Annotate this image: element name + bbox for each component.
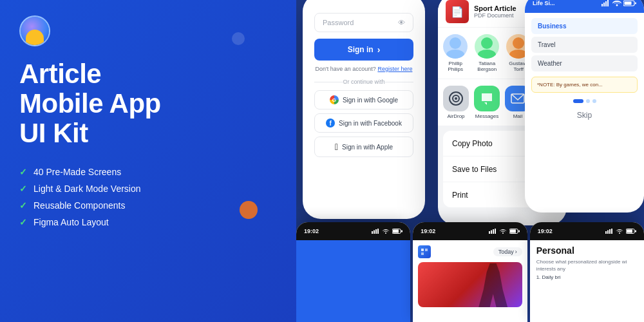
svg-point-41	[502, 232, 504, 234]
business-tab[interactable]: Business	[531, 18, 638, 34]
feature-item: ✓ Reusable Components	[19, 200, 277, 211]
svg-rect-39	[493, 229, 494, 234]
svg-rect-46	[607, 231, 609, 234]
feature-item: ✓ Figma Auto Layout	[19, 217, 277, 227]
document-thumbnail: 📄	[446, 0, 469, 23]
svg-rect-52	[635, 231, 636, 232]
bottom-phones-row: 19:02 19:02	[296, 222, 644, 322]
personal-title: Personal	[536, 245, 638, 256]
svg-rect-21	[601, 4, 603, 6]
svg-point-2	[481, 37, 493, 49]
signin-button[interactable]: Sign in	[314, 39, 413, 61]
svg-rect-27	[625, 2, 632, 5]
check-icon: ✓	[19, 184, 27, 194]
phone-3-content: Personal Choose what personalized alongs…	[530, 240, 644, 285]
status-bar: 19:02	[530, 222, 644, 240]
dot-3	[592, 99, 596, 103]
google-signin-button[interactable]: G Sign in with Google	[314, 90, 413, 109]
svg-point-10	[455, 97, 457, 100]
dot-2	[586, 99, 590, 103]
svg-rect-51	[627, 230, 632, 233]
status-bar: 19:02	[296, 222, 410, 240]
svg-point-4	[513, 37, 524, 49]
onboard-top-bar: Life Si...	[525, 0, 644, 13]
phone-2-content: Today ›	[413, 240, 527, 312]
svg-rect-28	[635, 3, 636, 5]
airdrop-app[interactable]: AirDrop	[443, 86, 469, 119]
dot-1	[573, 99, 583, 103]
password-field[interactable]: Password 👁	[314, 13, 413, 32]
daily-brief-point: 1. Daily bri	[536, 274, 638, 280]
onboard-note: *NOTE: By games, we con...	[531, 77, 638, 93]
phone-bottom-3: 19:02 Personal Choose what personalized …	[530, 222, 644, 322]
svg-point-49	[619, 232, 620, 234]
svg-point-25	[616, 5, 618, 6]
divider: Or continue with	[314, 79, 413, 85]
svg-point-3	[478, 50, 496, 59]
svg-rect-37	[489, 231, 490, 234]
phone-1-content	[296, 240, 410, 322]
contact-item[interactable]: Tatiana Bergson	[472, 34, 502, 72]
svg-rect-48	[611, 229, 612, 234]
check-icon: ✓	[19, 217, 27, 227]
svg-rect-24	[607, 0, 609, 6]
svg-rect-35	[393, 230, 399, 233]
right-panel: Password 👁 Sign in Don't have an account…	[296, 0, 644, 322]
facebook-icon: f	[326, 118, 335, 128]
svg-rect-40	[495, 229, 496, 234]
register-text: Don't have an account? Register here	[314, 66, 413, 72]
onboard-tabs: Business Travel Weather	[525, 13, 644, 77]
today-button[interactable]: Today ›	[493, 247, 522, 256]
travel-tab[interactable]: Travel	[531, 37, 638, 53]
apple-signin-button[interactable]:  Sign in with Apple	[314, 137, 413, 157]
phone-login-mockup: Password 👁 Sign in Don't have an account…	[303, 0, 425, 219]
hero-title: Article Mobile App UI Kit	[19, 59, 277, 149]
svg-rect-22	[603, 3, 605, 6]
svg-rect-29	[372, 231, 373, 234]
weather-tab[interactable]: Weather	[531, 55, 638, 71]
life-si-label: Life Si...	[533, 0, 555, 6]
check-icon: ✓	[19, 200, 27, 211]
svg-rect-30	[374, 231, 375, 234]
phone-bottom-1: 19:02	[296, 222, 410, 322]
phone-bottom-2: 19:02 Today ›	[413, 222, 527, 322]
svg-rect-38	[491, 231, 492, 234]
svg-rect-47	[609, 229, 611, 234]
svg-rect-31	[375, 229, 377, 234]
app-logo-icon	[418, 245, 431, 258]
svg-point-33	[385, 232, 386, 234]
app-logo-row: Today ›	[418, 245, 522, 258]
features-list: ✓ 40 Pre-Made Screens ✓ Light & Dark Mod…	[19, 167, 277, 227]
svg-rect-45	[605, 231, 607, 234]
feature-item: ✓ Light & Dark Mode Version	[19, 184, 277, 194]
onboard-dots	[525, 99, 644, 103]
svg-point-1	[446, 50, 464, 59]
svg-rect-32	[377, 229, 379, 234]
eye-icon: 👁	[398, 19, 405, 26]
svg-rect-36	[401, 231, 402, 232]
svg-rect-23	[605, 1, 607, 6]
sport-article-image	[418, 262, 522, 307]
svg-rect-43	[510, 230, 516, 233]
svg-rect-44	[518, 231, 520, 232]
facebook-signin-button[interactable]: f Sign in with Facebook	[314, 113, 413, 133]
status-bar: 19:02	[413, 222, 527, 240]
left-panel: Article Mobile App UI Kit ✓ 40 Pre-Made …	[0, 0, 296, 322]
personal-body: Choose what personalized alongside wi in…	[536, 258, 638, 272]
google-icon: G	[330, 95, 339, 104]
apple-icon: 	[335, 142, 338, 152]
phone-onboard-mockup: Life Si... Business Travel Weather *NOTE…	[525, 0, 644, 213]
feature-item: ✓ 40 Pre-Made Screens	[19, 167, 277, 177]
svg-point-0	[450, 37, 461, 49]
messages-app[interactable]: Messages	[474, 86, 500, 119]
check-icon: ✓	[19, 167, 27, 177]
contact-item[interactable]: Phillip Philips	[443, 34, 468, 72]
skip-button[interactable]: Skip	[525, 111, 644, 120]
avatar	[19, 15, 50, 46]
